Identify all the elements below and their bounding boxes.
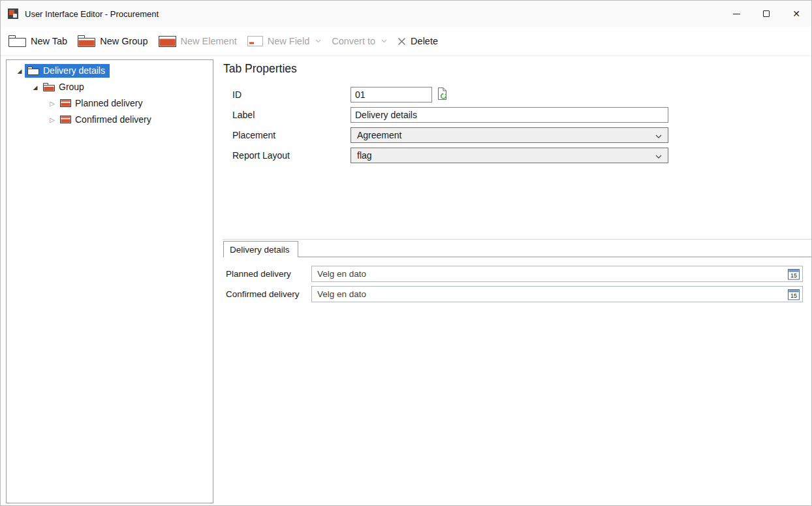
property-row-report-layout: Report Layout flag [232,148,811,163]
tree-item-label: Delivery details [43,65,105,76]
close-button[interactable]: ✕ [781,1,811,27]
date-placeholder: Velg en dato [317,289,366,299]
tree-node-selected[interactable]: Delivery details [25,64,110,78]
tree-item-label: Confirmed delivery [75,114,151,125]
preview-row-planned-delivery: Planned delivery Velg en dato 15 [223,266,803,282]
app-window: User Interface Editor - Procurement ✕ Ne… [0,0,812,506]
expander-collapsed-icon[interactable]: ▷ [47,116,57,123]
tab-node-icon [27,67,39,75]
preview-form: Planned delivery Velg en dato 15 Confirm… [223,266,803,306]
planned-delivery-label: Planned delivery [223,269,311,279]
minimize-button[interactable] [721,1,751,27]
svg-text:15: 15 [790,272,797,278]
property-row-label: Label [232,107,811,123]
tree-node[interactable]: Planned delivery [57,97,148,110]
maximize-icon [763,10,770,17]
tree-item-delivery-details[interactable]: ◢ Delivery details [7,63,213,79]
new-field-icon [247,36,263,46]
window-controls: ✕ [721,1,811,27]
maximize-button[interactable] [751,1,781,27]
preview-row-confirmed-delivery: Confirmed delivery Velg en dato 15 [223,286,803,302]
new-element-icon [159,36,176,47]
structure-tree-panel: ◢ Delivery details ◢ [6,59,213,503]
report-layout-label: Report Layout [232,150,351,161]
tree-item-planned-delivery[interactable]: ▷ Planned delivery [7,95,213,112]
confirmed-delivery-date-input[interactable]: Velg en dato 15 [311,286,803,302]
tree-node[interactable]: Group [40,80,89,94]
report-layout-value: flag [357,150,372,161]
delete-icon [398,37,406,46]
generate-id-button[interactable] [435,87,449,103]
new-group-label: New Group [100,36,148,46]
tree-node[interactable]: Confirmed delivery [57,113,156,127]
close-icon: ✕ [792,9,800,18]
new-tab-icon [8,35,26,47]
tree-item-label: Planned delivery [75,98,143,108]
new-field-label: New Field [268,36,309,46]
copy-document-icon [435,87,449,103]
new-element-button: New Element [159,36,237,47]
toolbar: New Tab New Group New Element [1,27,811,56]
tree-item-label: Group [59,82,84,92]
property-row-placement: Placement Agreement [232,127,811,143]
report-layout-select[interactable]: flag [351,148,668,163]
new-tab-label: New Tab [31,36,67,46]
properties-heading: Tab Properties [223,62,811,76]
confirmed-delivery-label: Confirmed delivery [223,289,311,299]
calendar-icon[interactable]: 15 [788,289,800,300]
element-node-icon [60,99,71,107]
expander-expanded-icon[interactable]: ◢ [14,68,25,74]
id-input[interactable] [351,87,432,103]
convert-to-label: Convert to [332,36,375,46]
tree-item-confirmed-delivery[interactable]: ▷ Confirmed delivery [7,112,213,128]
id-label: ID [232,89,351,100]
delete-button[interactable]: Delete [398,36,438,46]
label-input[interactable] [351,107,668,123]
new-group-button[interactable]: New Group [78,35,148,47]
convert-to-button: Convert to [332,36,387,46]
new-field-dropdown-icon [315,39,321,43]
planned-delivery-date-input[interactable]: Velg en dato 15 [311,266,803,282]
convert-to-dropdown-icon [381,39,387,43]
new-field-button: New Field [247,36,321,46]
group-node-icon [43,83,55,91]
preview-tab-delivery-details[interactable]: Delivery details [223,241,298,257]
new-tab-button[interactable]: New Tab [8,35,67,47]
calendar-icon[interactable]: 15 [788,268,800,280]
tree-item-group[interactable]: ◢ Group [7,79,213,95]
placement-value: Agreement [357,130,401,140]
svg-text:15: 15 [790,292,797,298]
title-bar: User Interface Editor - Procurement ✕ [1,1,811,27]
preview-tab-label: Delivery details [230,245,290,255]
new-group-icon [78,35,95,47]
expander-expanded-icon[interactable]: ◢ [30,84,40,91]
app-logo-icon [7,8,19,20]
chevron-down-icon [655,130,662,140]
date-placeholder: Velg en dato [317,269,366,279]
placement-label: Placement [232,130,351,140]
window-title: User Interface Editor - Procurement [25,9,721,19]
section-divider [223,239,811,240]
placement-select[interactable]: Agreement [351,127,668,143]
label-label: Label [232,110,351,120]
element-node-icon [60,116,71,123]
tabstrip-line [298,257,811,257]
properties-panel: Tab Properties ID Label Placement [223,56,811,505]
delete-label: Delete [411,36,438,46]
expander-collapsed-icon[interactable]: ▷ [47,100,57,107]
minimize-icon [733,14,740,14]
new-element-label: New Element [181,36,237,46]
chevron-down-icon [655,150,662,161]
property-row-id: ID [232,87,811,103]
